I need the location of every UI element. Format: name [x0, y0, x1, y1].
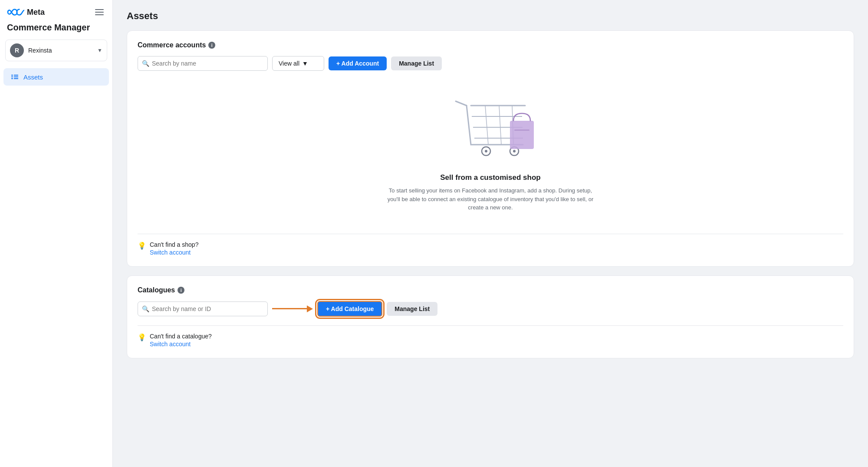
add-catalogue-label: + Add Catalogue	[326, 305, 374, 312]
manage-list-label-catalogues: Manage List	[395, 305, 430, 312]
card-title-row-catalogues: Catalogues i	[138, 286, 843, 294]
add-catalogue-button[interactable]: + Add Catalogue	[317, 301, 382, 317]
svg-rect-5	[14, 78, 18, 79]
svg-rect-2	[11, 76, 13, 77]
lightbulb-icon: 💡	[138, 242, 146, 250]
main-content: Assets Commerce accounts i 🔍 View all ▼ …	[113, 0, 868, 467]
commerce-accounts-toolbar: 🔍 View all ▼ + Add Account Manage List	[138, 56, 843, 71]
svg-line-9	[485, 106, 488, 145]
meta-logo-text: Meta	[27, 8, 45, 17]
catalogues-card: Catalogues i 🔍 + Add Catalogue Manage Li…	[127, 275, 854, 358]
account-name: Rexinsta	[28, 47, 93, 54]
chevron-down-icon: ▼	[97, 47, 102, 53]
sidebar-header: Meta	[0, 0, 112, 23]
catalogues-search-wrap: 🔍	[138, 301, 268, 316]
meta-logo: Meta	[7, 8, 45, 17]
commerce-accounts-title: Commerce accounts	[138, 41, 206, 49]
commerce-search-input[interactable]	[138, 56, 268, 71]
lightbulb-icon-catalogues: 💡	[138, 333, 146, 341]
card-title-row-commerce: Commerce accounts i	[138, 41, 843, 49]
commerce-help-row: 💡 Can't find a shop? Switch account	[138, 234, 843, 256]
catalogues-help-row: 💡 Can't find a catalogue? Switch account	[138, 325, 843, 348]
app-title: Commerce Manager	[0, 23, 112, 40]
commerce-accounts-card: Commerce accounts i 🔍 View all ▼ + Add A…	[127, 30, 854, 267]
account-selector[interactable]: R Rexinsta ▼	[5, 40, 107, 61]
arrow-line	[272, 308, 307, 309]
svg-rect-16	[510, 121, 534, 149]
add-account-label: + Add Account	[336, 60, 379, 67]
svg-rect-1	[14, 75, 18, 76]
svg-point-14	[485, 150, 487, 152]
manage-list-button-catalogues[interactable]: Manage List	[387, 302, 437, 316]
catalogues-title: Catalogues	[138, 286, 175, 294]
catalogues-search-input[interactable]	[138, 301, 268, 316]
switch-account-link-catalogues[interactable]: Switch account	[150, 341, 212, 348]
sidebar: Meta Commerce Manager R Rexinsta ▼ Asset…	[0, 0, 113, 467]
svg-rect-0	[11, 75, 13, 76]
svg-rect-4	[11, 78, 13, 79]
manage-list-label-commerce: Manage List	[399, 60, 434, 67]
search-icon: 🔍	[142, 60, 149, 67]
manage-list-button-commerce[interactable]: Manage List	[391, 56, 442, 70]
search-icon-catalogues: 🔍	[142, 305, 149, 312]
hamburger-menu-icon[interactable]	[95, 7, 105, 17]
svg-rect-17	[514, 129, 529, 131]
svg-rect-3	[14, 76, 18, 77]
illustration-area: Sell from a customised shop To start sel…	[138, 79, 843, 225]
commerce-search-wrap: 🔍	[138, 56, 268, 71]
arrow-annotation	[272, 305, 313, 312]
view-all-label: View all	[279, 60, 299, 67]
cant-find-shop-text: Can't find a shop?	[150, 241, 198, 248]
illustration-desc: To start selling your items on Facebook …	[382, 186, 599, 212]
svg-line-10	[499, 106, 501, 145]
sidebar-item-assets[interactable]: Assets	[3, 68, 109, 86]
switch-account-link-commerce[interactable]: Switch account	[150, 249, 198, 256]
commerce-accounts-info-icon[interactable]: i	[208, 42, 215, 49]
arrow-head	[307, 305, 313, 312]
chevron-down-icon: ▼	[302, 60, 308, 67]
catalogues-toolbar: 🔍 + Add Catalogue Manage List	[138, 301, 843, 317]
assets-icon	[10, 73, 19, 81]
catalogues-info-icon[interactable]: i	[178, 287, 184, 294]
view-all-dropdown[interactable]: View all ▼	[272, 56, 324, 71]
cart-illustration	[443, 88, 538, 166]
cant-find-catalogue-text: Can't find a catalogue?	[150, 333, 212, 340]
svg-point-15	[513, 150, 516, 152]
add-account-button[interactable]: + Add Account	[329, 56, 387, 70]
account-avatar: R	[10, 43, 24, 57]
page-title: Assets	[127, 10, 854, 22]
illustration-title: Sell from a customised shop	[440, 173, 540, 182]
sidebar-item-assets-label: Assets	[23, 73, 43, 81]
